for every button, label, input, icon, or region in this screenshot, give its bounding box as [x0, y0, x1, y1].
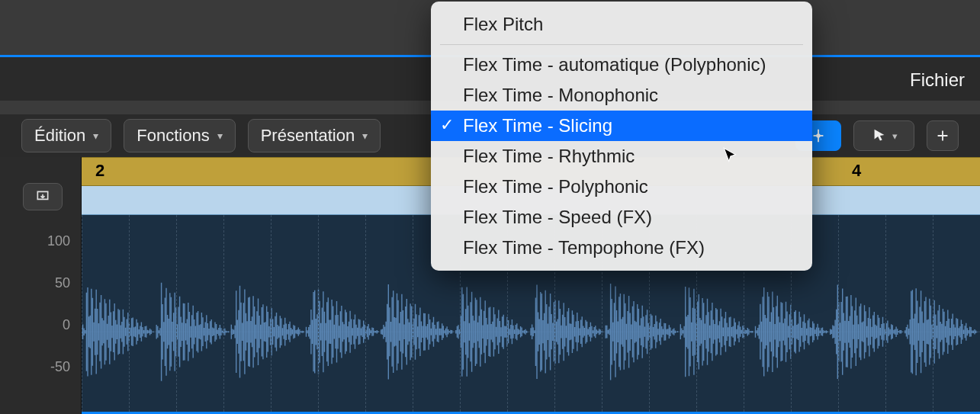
option-label: Flex Pitch: [463, 14, 543, 34]
presentation-menu-label: Présentation: [261, 126, 355, 146]
flex-time-option[interactable]: Flex Time - automatique (Polyphonic): [431, 50, 812, 80]
pointer-tool-icon: [871, 127, 888, 144]
option-label: Flex Time - Rhythmic: [463, 146, 635, 166]
gridline: [838, 215, 839, 412]
functions-menu-label: Fonctions: [137, 126, 209, 146]
option-label: Flex Time - Slicing: [463, 115, 612, 136]
plus-icon: [934, 127, 951, 144]
gridline: [318, 215, 319, 412]
catch-playhead-button[interactable]: [23, 183, 63, 210]
track-sidebar: 100 50 0 -50: [0, 157, 82, 414]
dropdown-separator: [440, 44, 803, 45]
flex-icon: [810, 127, 827, 144]
app-root: { "tabs": { "right_label": "Fichier" }, …: [0, 0, 980, 414]
chevron-down-icon: ▾: [93, 130, 98, 142]
gridline: [82, 215, 82, 412]
option-label: Flex Time - Polyphonic: [463, 176, 648, 197]
gridline: [176, 215, 177, 412]
option-label: Flex Time - Speed (FX): [463, 207, 652, 227]
flex-pitch-option[interactable]: Flex Pitch: [431, 9, 812, 40]
add-button[interactable]: [927, 120, 959, 151]
flex-time-option[interactable]: Flex Time - Monophonic: [431, 80, 812, 111]
tab-fichier[interactable]: Fichier: [910, 65, 965, 95]
gridline: [223, 215, 224, 412]
flex-time-option[interactable]: Flex Time - Rhythmic: [431, 141, 812, 172]
flex-time-option[interactable]: Flex Time - Polyphonic: [431, 172, 812, 202]
option-label: Flex Time - Monophonic: [463, 85, 658, 105]
gridline: [365, 215, 366, 412]
check-icon: ✓: [440, 115, 454, 135]
gridline: [129, 215, 130, 412]
functions-menu-button[interactable]: Fonctions ▾: [124, 119, 235, 152]
edit-menu-label: Édition: [34, 126, 85, 146]
chevron-down-icon: ▾: [892, 130, 898, 142]
option-label: Flex Time - Tempophone (FX): [463, 237, 705, 258]
download-icon: [34, 189, 51, 204]
flex-mode-dropdown: Flex Pitch Flex Time - automatique (Poly…: [431, 2, 812, 271]
bar-number: 2: [95, 161, 104, 181]
chevron-down-icon: ▾: [362, 130, 368, 142]
gridline: [271, 215, 272, 412]
amp-label: 100: [9, 233, 70, 249]
edit-menu-button[interactable]: Édition ▾: [21, 119, 111, 152]
presentation-menu-button[interactable]: Présentation ▾: [248, 119, 381, 152]
gridline: [885, 215, 886, 412]
amp-label: -50: [9, 359, 70, 375]
svg-point-0: [817, 134, 820, 137]
gridline: [933, 215, 933, 412]
flex-time-option[interactable]: Flex Time - Tempophone (FX): [431, 233, 812, 263]
amp-label: 0: [9, 317, 70, 333]
tab-label: Fichier: [910, 69, 965, 91]
chevron-down-icon: ▾: [217, 130, 223, 142]
bar-number: 4: [852, 161, 861, 181]
gridline: [413, 215, 413, 412]
pointer-tool-button[interactable]: ▾: [853, 120, 914, 151]
amp-label: 50: [9, 275, 70, 291]
option-label: Flex Time - automatique (Polyphonic): [463, 54, 766, 75]
flex-time-option-selected[interactable]: ✓ Flex Time - Slicing: [431, 111, 812, 141]
flex-time-option[interactable]: Flex Time - Speed (FX): [431, 202, 812, 233]
